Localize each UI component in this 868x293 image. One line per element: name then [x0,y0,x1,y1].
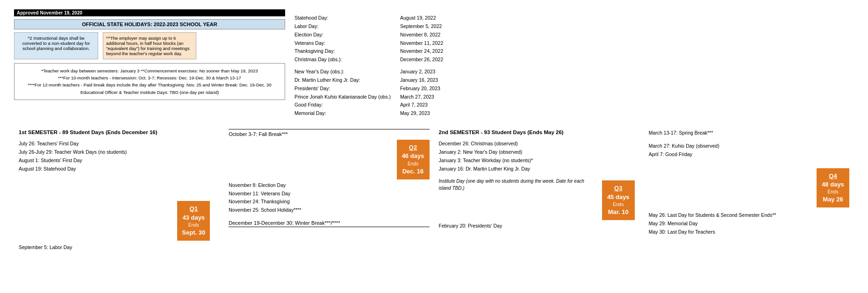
holiday-date-6: December 26, 2022 [400,56,443,64]
col2-event-3: November 25: School Holiday**** [229,206,429,214]
footnote-2: ***For 10-month teachers - Intersession:… [20,74,279,81]
q1-box: Q1 43 days Ends Sept. 30 [177,201,210,241]
q2-label: Q2 [402,143,425,152]
s1-event-0: July 26: Teachers' First Day [19,140,219,148]
holiday-name-10: Prince Jonah Kuhio Kalanianaole Day (obs… [294,93,397,101]
s1-event-1: July 26-July 29: Teacher Work Days (no s… [19,148,219,157]
holiday-date-1: August 19, 2022 [400,14,436,22]
semester2-events-2: February 20: Presidents' Day [439,222,639,230]
footnote-1: *Teacher work day between semesters: Jan… [20,67,279,74]
q2-wrapper: Q2 46 days Ends Dec. 16 [229,140,429,179]
holiday-row: Prince Jonah Kuhio Kalanianaole Day (obs… [294,93,854,101]
q4-box: Q4 48 days Ends May 26 [817,168,849,208]
col4-events-2: May 26: Last Day for Students & Second S… [649,211,849,236]
holiday-name-6: Christmas Day (obs.): [294,56,397,64]
holiday-name-1: Statehood Day: [294,14,397,22]
header-notes-row: ^2 Instructional days shall be converted… [14,32,285,59]
col4-events: March 13-17: Spring Break*** March 27: K… [649,129,849,159]
holiday-name-4: Veterans Day: [294,39,397,48]
col4: March 13-17: Spring Break*** March 27: K… [644,129,854,252]
s2-event-2: January 3: Teacher Workday (no students)… [439,157,639,165]
holiday-name-12: Memorial Day: [294,109,397,118]
footnote-3: ****For 12-month teachers - Paid break d… [20,81,279,88]
holiday-name-2: Labor Day: [294,22,397,31]
col2-fall-break: October 3-7: Fall Break*** [229,131,429,137]
holiday-date-12: May 29, 2023 [400,109,430,118]
bottom-section: 1st SEMESTER - 89 Student Days (Ends Dec… [14,129,854,252]
q3-days: 45 days [607,193,630,201]
q2-ends-date: Dec. 16 [402,167,425,176]
right-holidays: Statehood Day:August 19, 2022 Labor Day:… [294,9,854,118]
q4-wrapper: Q4 48 days Ends May 26 [649,168,849,208]
top-section: Approved November 19, 2020 OFFICIAL STAT… [14,9,854,118]
holiday-name-11: Good Friday: [294,101,397,109]
q3-ends-label: Ends [607,201,630,208]
holiday-row: Christmas Day (obs.):December 26, 2022 [294,56,854,64]
col4-event-2: March 27: Kuhio Day (observed) [649,142,849,150]
holiday-row: Labor Day:September 5, 2022 [294,22,854,31]
s2-event2-0: February 20: Presidents' Day [439,222,639,230]
footnotes-box: *Teacher work day between semesters: Jan… [14,63,285,100]
q4-ends-date: May 26 [821,195,845,204]
divider-top [229,129,429,129]
holiday-date-9: February 20, 2023 [400,85,440,93]
holiday-date-10: March 27, 2023 [400,93,434,101]
s2-event-3: January 16: Dr. Martin Luther King Jr. D… [439,165,639,173]
col4-event-7: May 30: Last Day for Teachers [649,228,849,236]
note-employer: ^^The employer may assign up to 6 additi… [103,32,196,59]
s1-event-2: August 1: Students' First Day [19,157,219,165]
s1-event-5: September 5: Labor Day [19,243,219,252]
page-wrapper: Approved November 19, 2020 OFFICIAL STAT… [0,0,868,261]
q2-ends-label: Ends [402,161,425,167]
q3-label: Q3 [607,184,630,193]
holiday-name-5: Thanksgiving Day: [294,47,397,56]
official-title-text: OFFICIAL STATE HOLIDAYS: 2022-2023 SCHOO… [82,21,217,27]
q4-label: Q4 [821,172,845,180]
holiday-date-7: January 2, 2023 [400,68,435,76]
col2: October 3-7: Fall Break*** Q2 46 days En… [224,129,434,252]
q1-ends-date: Sept. 30 [182,229,205,237]
semester2-events: December 26: Christmas (observed) Januar… [439,140,639,173]
semester1-events: July 26: Teachers' First Day July 26-Jul… [19,140,219,173]
col4-event-6: May 29: Memorial Day [649,220,849,228]
holiday-row: New Year's Day (obs.):January 2, 2023 [294,68,854,76]
col2-event-1: November 11: Veterans Day [229,190,429,198]
q1-wrapper: Q1 43 days Ends Sept. 30 [19,201,219,241]
holiday-row: Dr. Martin Luther King Jr. Day:January 1… [294,76,854,85]
holiday-row: Veterans Day:November 11, 2022 [294,39,854,48]
q4-days: 48 days [821,180,845,189]
holiday-row: Memorial Day:May 29, 2023 [294,109,854,118]
holiday-name-9: Presidents' Day: [294,85,397,93]
s2-event-1: January 2: New Year's Day (observed) [439,148,639,157]
semester2-col: 2nd SEMESTER - 93 Student Days (Ends May… [434,129,644,252]
q3-wrapper: Q3 45 days Ends Mar. 10 [602,180,639,220]
footnote-4: Educational Officer & Teacher Institute … [20,89,279,96]
holiday-date-8: January 16, 2023 [400,76,438,85]
official-title-bar: OFFICIAL STATE HOLIDAYS: 2022-2023 SCHOO… [14,19,285,29]
holiday-name-3: Election Day: [294,31,397,39]
holiday-date-3: November 8, 2022 [400,31,440,39]
q3-ends-date: Mar. 10 [607,208,630,216]
semester2-italic: Institute Day (one day with no students … [439,178,597,218]
semester1-events-2: September 5: Labor Day [19,243,219,252]
holiday-row: Election Day:November 8, 2022 [294,31,854,39]
holiday-row: Presidents' Day:February 20, 2023 [294,85,854,93]
q2-days: 46 days [402,152,425,160]
q2-box: Q2 46 days Ends Dec. 16 [397,140,430,179]
col4-event-0: March 13-17: Spring Break*** [649,129,849,137]
q1-ends-label: Ends [182,222,205,229]
holiday-name-8: Dr. Martin Luther King Jr. Day: [294,76,397,85]
col4-event-5: May 26: Last Day for Students & Second S… [649,211,849,220]
s1-event-3: August 19: Statehood Day [19,165,219,173]
approved-text: Approved November 19, 2020 [17,10,82,15]
left-header: Approved November 19, 2020 OFFICIAL STAT… [14,9,285,118]
col2-winter-break: December 19-December 30: Winter Break***… [229,220,429,227]
q4-ends-label: Ends [821,189,845,195]
q1-days: 43 days [182,214,205,222]
semester2-title: 2nd SEMESTER - 93 Student Days (Ends May… [439,129,639,136]
holiday-row: Statehood Day:August 19, 2022 [294,14,854,22]
note-instructional: ^2 Instructional days shall be converted… [14,32,98,59]
holiday-date-5: November 24, 2022 [400,47,443,56]
col2-events: November 8: Election Day November 11: Ve… [229,181,429,214]
q1-label: Q1 [182,205,205,213]
